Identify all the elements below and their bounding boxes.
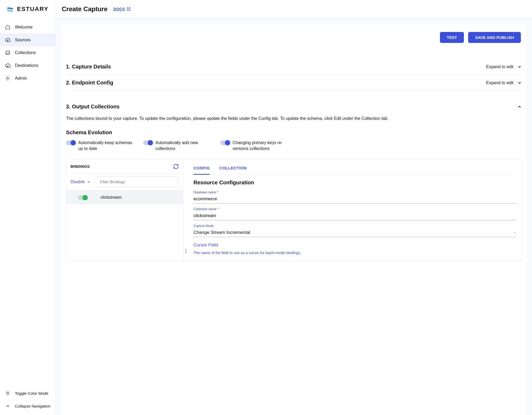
resource-config-heading: Resource Configuration xyxy=(193,180,516,186)
output-collections-description: The collections bound to your capture. T… xyxy=(66,115,522,122)
tab-collection[interactable]: COLLECTION xyxy=(219,164,247,174)
collapse-section[interactable] xyxy=(517,104,522,109)
collapse-navigation[interactable]: Collapse Navigation xyxy=(0,400,56,412)
logo[interactable]: ESTUARY xyxy=(0,0,56,18)
cloud-up-icon xyxy=(5,37,11,43)
sidebar-item-label: Admin xyxy=(15,76,27,81)
sidebar-item-welcome[interactable]: Welcome xyxy=(0,21,56,34)
bindings-heading: BINDINGS xyxy=(71,164,90,169)
chevron-down-icon xyxy=(87,180,90,184)
sidebar-item-label: Destinations xyxy=(15,63,38,68)
binding-row[interactable]: clickstream xyxy=(66,190,183,204)
tab-config[interactable]: CONFIG xyxy=(193,164,210,175)
logo-text: ESTUARY xyxy=(17,6,48,13)
collections-icon xyxy=(5,50,11,56)
schema-evolution-heading: Schema Evolution xyxy=(66,129,522,136)
chevron-up-icon xyxy=(517,104,522,109)
bindings-panel: BINDINGS Disable xyxy=(66,160,183,261)
page-title: Create Capture xyxy=(62,5,108,13)
docs-link[interactable]: DOCS xyxy=(113,7,131,11)
db-name-input[interactable] xyxy=(193,195,516,204)
toggle-label: Automatically add new collections xyxy=(155,140,212,152)
section-endpoint-config[interactable]: 2. Endpoint Config Expand to edit xyxy=(66,75,522,91)
binding-name: clickstream xyxy=(100,195,122,200)
sidebar-item-label: Sources xyxy=(15,38,31,42)
topbar: Create Capture DOCS xyxy=(56,0,532,18)
svg-point-2 xyxy=(7,392,9,394)
config-panel: CONFIG COLLECTION Resource Configuration… xyxy=(188,160,522,261)
toggle-label: Changing primary keys re-versions collec… xyxy=(233,140,290,152)
section-title: 1. Capture Details xyxy=(66,64,111,70)
cursor-field-description: The name of the field to use as a cursor… xyxy=(193,250,516,256)
sidebar-item-collections[interactable]: Collections xyxy=(0,46,56,59)
home-icon xyxy=(5,24,11,30)
nav: Welcome Sources Collections Destinations… xyxy=(0,18,56,387)
toggle-color-mode[interactable]: Toggle Color Mode xyxy=(0,387,56,400)
sun-icon xyxy=(5,390,11,396)
collection-name-input[interactable] xyxy=(193,211,516,220)
sidebar: ESTUARY Welcome Sources Collections Dest… xyxy=(0,0,56,415)
caret-down-icon xyxy=(513,231,516,234)
expand-to-edit[interactable]: Expand to edit xyxy=(486,64,522,69)
external-link-icon xyxy=(126,7,131,11)
disable-dropdown[interactable]: Disable xyxy=(71,180,90,184)
gear-icon xyxy=(5,75,11,81)
capture-mode-label: Capture Mode xyxy=(193,224,516,228)
toggle-reversion-collections[interactable] xyxy=(220,140,229,145)
logo-icon xyxy=(6,5,14,13)
sidebar-item-label: Collections xyxy=(15,50,36,55)
binding-toggle[interactable] xyxy=(78,195,87,200)
toggle-add-collections[interactable] xyxy=(143,140,152,145)
toggle-label: Automatically keep schemas up to date xyxy=(78,140,135,152)
sidebar-item-admin[interactable]: Admin xyxy=(0,72,56,85)
sidebar-item-sources[interactable]: Sources xyxy=(0,34,56,46)
section-title: 2. Endpoint Config xyxy=(66,80,113,86)
svg-point-1 xyxy=(7,78,9,79)
docs-link-label: DOCS xyxy=(113,7,125,11)
capture-mode-select[interactable]: Change Stream Incremental xyxy=(193,228,516,237)
refresh-icon[interactable] xyxy=(173,164,179,169)
svg-rect-0 xyxy=(6,51,9,54)
collapse-nav-label: Collapse Navigation xyxy=(15,404,50,408)
cursor-field-heading: Cursor Field xyxy=(193,242,516,248)
chevron-down-icon xyxy=(517,64,522,69)
section-output-collections[interactable]: 3. Output Collections xyxy=(66,99,522,112)
chevrons-left-icon xyxy=(5,403,11,409)
chevron-down-icon xyxy=(517,80,522,85)
expand-to-edit[interactable]: Expand to edit xyxy=(486,80,522,85)
test-button[interactable]: TEST xyxy=(440,32,464,43)
sidebar-item-label: Welcome xyxy=(15,25,32,30)
sidebar-item-destinations[interactable]: Destinations xyxy=(0,59,56,72)
filter-bindings-input[interactable] xyxy=(96,177,179,187)
cloud-down-icon xyxy=(5,63,11,68)
toggle-color-label: Toggle Color Mode xyxy=(15,391,48,396)
db-name-label: Database name * xyxy=(193,190,516,194)
section-title: 3. Output Collections xyxy=(66,104,119,110)
save-publish-button[interactable]: SAVE AND PUBLISH xyxy=(468,32,521,43)
panel-resize-handle[interactable] xyxy=(183,246,188,256)
capture-mode-value: Change Stream Incremental xyxy=(193,230,250,235)
section-capture-details[interactable]: 1. Capture Details Expand to edit xyxy=(66,59,522,75)
collection-name-label: Collection name * xyxy=(193,207,516,211)
output-panels: BINDINGS Disable xyxy=(66,160,522,261)
toggle-keep-schemas[interactable] xyxy=(66,140,75,145)
